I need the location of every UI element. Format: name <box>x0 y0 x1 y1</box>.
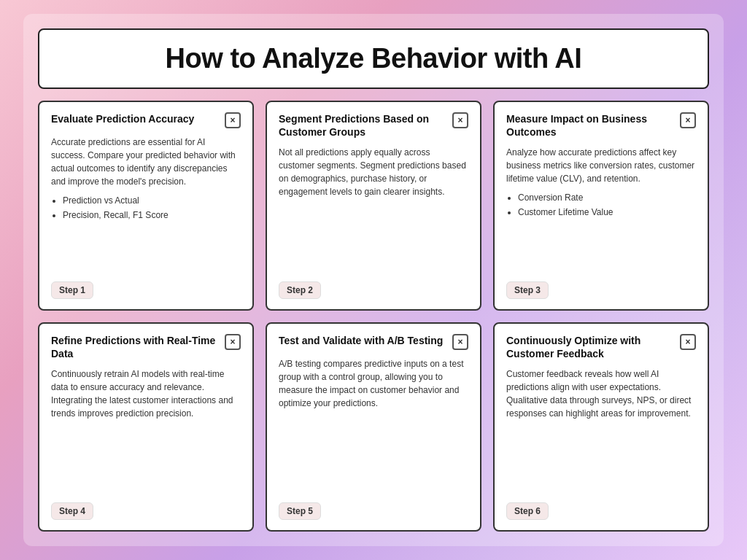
cards-grid: Evaluate Prediction Accuracy×Accurate pr… <box>38 101 709 532</box>
card-1-body-text: Accurate predictions are essential for A… <box>51 136 241 188</box>
card-1-step-badge: Step 1 <box>51 281 93 299</box>
card-1-close-button[interactable]: × <box>225 112 241 128</box>
card-1-title: Evaluate Prediction Accuracy <box>51 112 225 125</box>
card-1-header: Evaluate Prediction Accuracy× <box>51 112 241 128</box>
card-4-close-button[interactable]: × <box>225 334 241 350</box>
list-item: Conversion Rate <box>518 191 696 204</box>
card-6-body: Customer feedback reveals how well AI pr… <box>506 368 696 494</box>
card-4-body-text: Continuously retrain AI models with real… <box>51 368 241 420</box>
card-5: Test and Validate with A/B Testing×A/B t… <box>266 322 481 532</box>
card-4: Refine Predictions with Real-Time Data×C… <box>38 322 254 532</box>
card-6: Continuously Optimize with Customer Feed… <box>493 322 709 532</box>
card-1-bullet-list: Prediction vs ActualPrecision, Recall, F… <box>51 194 241 222</box>
title-box: How to Analyze Behavior with AI <box>38 28 709 89</box>
card-2: Segment Predictions Based on Customer Gr… <box>266 101 481 311</box>
card-3: Measure Impact on Business Outcomes×Anal… <box>493 101 709 311</box>
card-5-title: Test and Validate with A/B Testing <box>279 334 452 347</box>
card-6-title: Continuously Optimize with Customer Feed… <box>506 334 680 360</box>
card-2-body: Not all predictions apply equally across… <box>279 146 468 272</box>
card-4-body: Continuously retrain AI models with real… <box>51 368 241 494</box>
card-2-close-button[interactable]: × <box>452 112 468 128</box>
card-5-header: Test and Validate with A/B Testing× <box>279 334 468 350</box>
card-5-body: A/B testing compares predictive inputs o… <box>279 357 468 494</box>
card-3-header: Measure Impact on Business Outcomes× <box>506 112 696 139</box>
card-3-body: Analyze how accurate predictions affect … <box>506 146 696 272</box>
card-2-body-text: Not all predictions apply equally across… <box>279 146 468 198</box>
card-3-title: Measure Impact on Business Outcomes <box>506 112 680 139</box>
list-item: Precision, Recall, F1 Score <box>63 209 241 222</box>
card-3-body-text: Analyze how accurate predictions affect … <box>506 146 696 185</box>
list-item: Prediction vs Actual <box>63 194 241 207</box>
card-1: Evaluate Prediction Accuracy×Accurate pr… <box>38 101 254 311</box>
page-title: How to Analyze Behavior with AI <box>57 43 690 74</box>
card-6-close-button[interactable]: × <box>680 334 696 350</box>
card-4-title: Refine Predictions with Real-Time Data <box>51 334 225 360</box>
card-2-step-badge: Step 2 <box>279 281 321 299</box>
card-4-header: Refine Predictions with Real-Time Data× <box>51 334 241 360</box>
card-6-step-badge: Step 6 <box>506 502 549 520</box>
card-6-header: Continuously Optimize with Customer Feed… <box>506 334 696 360</box>
card-5-step-badge: Step 5 <box>279 502 321 520</box>
card-5-body-text: A/B testing compares predictive inputs o… <box>279 357 468 410</box>
main-container: How to Analyze Behavior with AI Evaluate… <box>23 14 724 546</box>
card-3-close-button[interactable]: × <box>680 112 696 128</box>
card-6-body-text: Customer feedback reveals how well AI pr… <box>506 368 696 420</box>
card-2-header: Segment Predictions Based on Customer Gr… <box>279 112 468 139</box>
card-3-step-badge: Step 3 <box>506 281 549 299</box>
card-3-bullet-list: Conversion RateCustomer Lifetime Value <box>506 191 696 219</box>
card-4-step-badge: Step 4 <box>51 502 93 520</box>
card-2-title: Segment Predictions Based on Customer Gr… <box>279 112 452 139</box>
list-item: Customer Lifetime Value <box>518 206 696 219</box>
card-1-body: Accurate predictions are essential for A… <box>51 136 241 273</box>
card-5-close-button[interactable]: × <box>452 334 468 350</box>
